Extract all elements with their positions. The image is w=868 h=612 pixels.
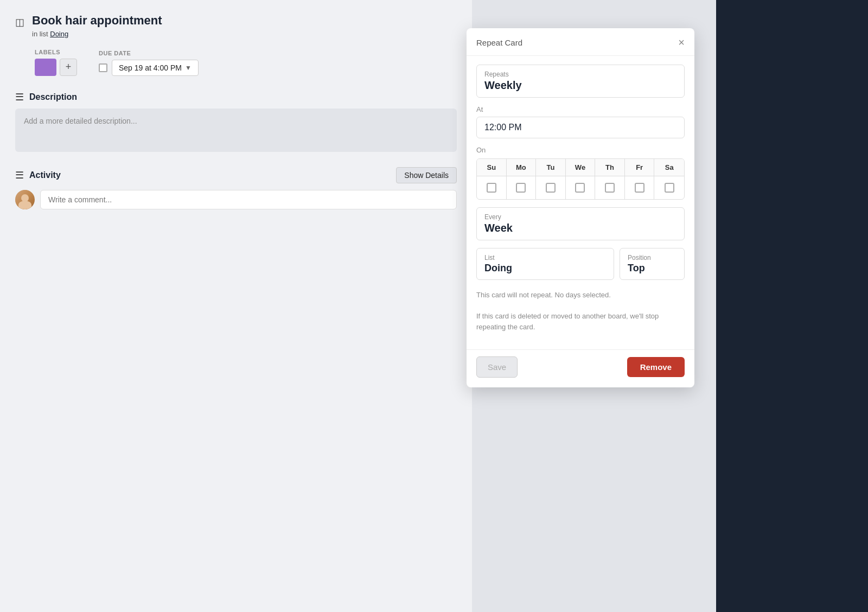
day-header-mo: Mo bbox=[507, 159, 536, 176]
labels-section-label: LABELS bbox=[35, 49, 77, 55]
show-details-button[interactable]: Show Details bbox=[396, 167, 457, 183]
due-date-checkbox[interactable] bbox=[99, 63, 107, 72]
every-selector[interactable]: Every Week bbox=[476, 207, 685, 240]
meta-row: LABELS + DUE DATE Sep 19 at 4:00 PM ▼ bbox=[35, 49, 457, 76]
card-modal: ◫ Book hair appointment in list Doing LA… bbox=[0, 0, 472, 612]
day-header-we: We bbox=[566, 159, 595, 176]
card-list-ref: in list Doing bbox=[32, 30, 162, 38]
repeats-value: Weekly bbox=[484, 79, 676, 92]
on-label: On bbox=[476, 146, 685, 154]
list-selector[interactable]: List Doing bbox=[476, 248, 614, 280]
day-checkbox-th[interactable] bbox=[605, 183, 615, 193]
day-checkbox-mo[interactable] bbox=[516, 183, 526, 193]
list-link[interactable]: Doing bbox=[50, 30, 68, 38]
position-value: Top bbox=[628, 263, 676, 274]
list-value: Doing bbox=[484, 263, 606, 274]
every-value: Week bbox=[484, 222, 676, 234]
day-checkbox-cell-mo bbox=[507, 176, 536, 199]
due-date-button[interactable]: Sep 19 at 4:00 PM ▼ bbox=[112, 60, 199, 76]
day-col-mo: Mo bbox=[507, 159, 537, 199]
save-button[interactable]: Save bbox=[476, 356, 518, 378]
day-header-tu: Tu bbox=[536, 159, 565, 176]
day-header-th: Th bbox=[595, 159, 624, 176]
day-checkbox-cell-th bbox=[595, 176, 624, 199]
dark-background bbox=[716, 0, 868, 612]
activity-icon: ☰ bbox=[15, 169, 24, 181]
list-label: List bbox=[484, 254, 606, 262]
repeat-close-button[interactable]: × bbox=[678, 37, 685, 48]
repeat-info-text: This card will not repeat. No days selec… bbox=[476, 288, 685, 332]
description-section: ☰ Description Add a more detailed descri… bbox=[15, 91, 457, 152]
description-title: Description bbox=[29, 92, 77, 102]
repeats-label: Repeats bbox=[484, 71, 676, 78]
position-selector[interactable]: Position Top bbox=[620, 248, 685, 280]
comment-input[interactable] bbox=[40, 190, 457, 209]
due-date-section-label: DUE DATE bbox=[99, 50, 199, 56]
day-col-su: Su bbox=[477, 159, 507, 199]
labels-row: + bbox=[35, 59, 77, 76]
card-header: ◫ Book hair appointment in list Doing bbox=[15, 13, 457, 38]
card-title-section: Book hair appointment in list Doing bbox=[32, 13, 162, 38]
due-date-row: Sep 19 at 4:00 PM ▼ bbox=[99, 60, 199, 76]
day-checkbox-su[interactable] bbox=[487, 183, 496, 193]
repeat-panel-header: Repeat Card × bbox=[467, 28, 694, 56]
add-label-button[interactable]: + bbox=[60, 59, 77, 76]
day-col-fr: Fr bbox=[625, 159, 655, 199]
day-checkbox-tu[interactable] bbox=[546, 183, 556, 193]
repeat-panel-title: Repeat Card bbox=[476, 38, 522, 47]
day-checkbox-cell-tu bbox=[536, 176, 565, 199]
activity-header-left: ☰ Activity bbox=[15, 169, 61, 181]
avatar bbox=[15, 190, 35, 209]
description-icon: ☰ bbox=[15, 91, 24, 103]
activity-header: ☰ Activity Show Details bbox=[15, 167, 457, 183]
days-grid: Su Mo Tu We bbox=[476, 158, 685, 200]
day-checkbox-cell-we bbox=[566, 176, 595, 199]
repeats-selector[interactable]: Repeats Weekly bbox=[476, 65, 685, 98]
labels-group: LABELS + bbox=[35, 49, 77, 76]
repeat-panel-body: Repeats Weekly At On Su Mo Tu bbox=[467, 56, 694, 349]
repeat-footer: Save Remove bbox=[467, 349, 694, 387]
description-area[interactable]: Add a more detailed description... bbox=[15, 109, 457, 152]
at-input[interactable] bbox=[476, 117, 685, 138]
at-label: At bbox=[476, 105, 685, 113]
day-checkbox-sa[interactable] bbox=[665, 183, 674, 193]
avatar-image bbox=[15, 190, 35, 209]
activity-title: Activity bbox=[29, 170, 61, 180]
list-position-row: List Doing Position Top bbox=[476, 248, 685, 280]
position-label: Position bbox=[628, 254, 676, 262]
description-placeholder: Add a more detailed description... bbox=[24, 117, 137, 125]
day-header-fr: Fr bbox=[625, 159, 654, 176]
info-text-line2: If this card is deleted or moved to anot… bbox=[476, 311, 685, 332]
label-chip-purple[interactable] bbox=[35, 59, 56, 76]
day-header-su: Su bbox=[477, 159, 506, 176]
day-checkbox-we[interactable] bbox=[575, 183, 585, 193]
day-header-sa: Sa bbox=[654, 159, 684, 176]
card-title: Book hair appointment bbox=[32, 13, 162, 29]
chevron-down-icon: ▼ bbox=[185, 64, 192, 72]
card-type-icon: ◫ bbox=[15, 16, 24, 28]
due-date-value: Sep 19 at 4:00 PM bbox=[119, 63, 182, 72]
day-col-we: We bbox=[566, 159, 596, 199]
comment-row bbox=[15, 190, 457, 209]
day-checkbox-cell-sa bbox=[654, 176, 684, 199]
day-col-th: Th bbox=[595, 159, 625, 199]
activity-section: ☰ Activity Show Details bbox=[15, 167, 457, 209]
repeat-panel: Repeat Card × Repeats Weekly At On Su Mo bbox=[467, 28, 694, 387]
info-text-line1: This card will not repeat. No days selec… bbox=[476, 290, 685, 301]
day-checkbox-cell-su bbox=[477, 176, 506, 199]
day-checkbox-fr[interactable] bbox=[635, 183, 644, 193]
every-label: Every bbox=[484, 213, 676, 221]
remove-button[interactable]: Remove bbox=[627, 357, 685, 377]
description-header: ☰ Description bbox=[15, 91, 457, 103]
day-col-tu: Tu bbox=[536, 159, 566, 199]
day-checkbox-cell-fr bbox=[625, 176, 654, 199]
day-col-sa: Sa bbox=[654, 159, 684, 199]
due-date-group: DUE DATE Sep 19 at 4:00 PM ▼ bbox=[99, 50, 199, 76]
